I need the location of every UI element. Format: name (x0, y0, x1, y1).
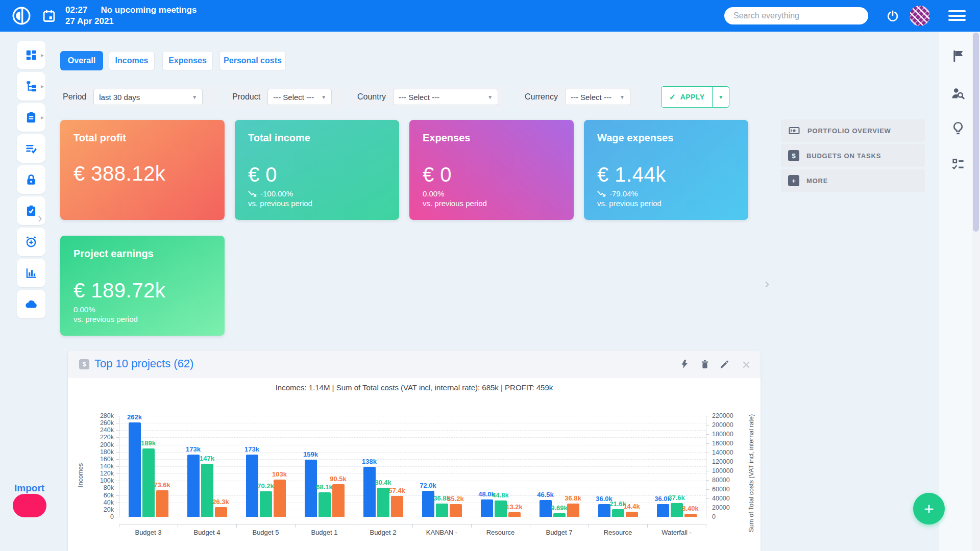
tick-mark (116, 437, 119, 438)
sidebar-item-cloud[interactable] (17, 290, 45, 318)
quick-link-more[interactable]: + MORE (781, 169, 925, 192)
sidebar-item-security[interactable] (17, 165, 45, 194)
apply-dropdown-button[interactable]: ▼ (712, 87, 729, 107)
kpi-value: € 388.12k (74, 162, 211, 185)
product-select[interactable]: --- Select --- ▼ (267, 89, 332, 105)
tick-mark (706, 508, 709, 508)
flag-icon[interactable] (950, 48, 966, 64)
bar[interactable] (626, 512, 638, 517)
product-value: --- Select --- (273, 93, 314, 102)
tab-incomes[interactable]: Incomes (109, 51, 155, 70)
apply-button-group: ✓ APPLY ▼ (661, 86, 729, 108)
currency-select[interactable]: --- Select --- ▼ (565, 89, 630, 105)
x-category-label: Budget 5 (237, 529, 295, 536)
tick-mark (116, 423, 119, 423)
bar-value-label: 26.3k (207, 498, 235, 506)
user-search-icon[interactable] (950, 86, 966, 101)
bar-value-label: 90.5k (324, 475, 353, 483)
menu-button[interactable] (948, 10, 966, 21)
bar[interactable] (567, 504, 579, 517)
tick-mark (116, 466, 119, 467)
tab-label: Incomes (115, 56, 149, 65)
sidebar-item-dashboard[interactable]: ▸ (17, 41, 45, 69)
bar-value-label: 72.0k (414, 482, 443, 489)
carousel-next-chevron[interactable]: › (765, 276, 769, 292)
bar[interactable] (187, 455, 200, 517)
bar[interactable] (215, 507, 227, 517)
gridline (119, 423, 706, 423)
country-select[interactable]: --- Select --- ▼ (393, 89, 498, 105)
kpi-card-wage-expenses[interactable]: Wage expenses € 1.44k -79.04% vs. previo… (584, 120, 748, 220)
sidebar-item-projects[interactable]: ▸ (17, 103, 45, 132)
tab-personal-costs[interactable]: Personal costs (219, 51, 286, 70)
sidebar-expand-chevron[interactable]: › (38, 210, 42, 226)
bar-value-label: 80.4k (369, 479, 398, 486)
kpi-card-total-profit[interactable]: Total profit € 388.12k (60, 120, 225, 220)
sidebar-item-reports[interactable] (17, 259, 45, 287)
task-checklist-icon[interactable] (950, 157, 966, 172)
clipboard-icon (24, 111, 38, 124)
right-axis-tick-label: 100000 (712, 467, 748, 474)
tick-mark (116, 445, 119, 445)
quick-link-budgets-on-tasks[interactable]: $ BUDGETS ON TASKS (781, 144, 925, 167)
bar[interactable] (129, 422, 141, 517)
search-box[interactable] (724, 7, 868, 24)
bar[interactable] (450, 504, 462, 517)
kpi-change: -100.00% (248, 189, 386, 198)
kpi-title: Expenses (423, 132, 560, 144)
scrollbar-thumb[interactable] (973, 33, 979, 232)
logout-button[interactable] (886, 9, 899, 22)
avatar[interactable] (910, 6, 930, 26)
trending-down-icon (248, 190, 257, 197)
period-select[interactable]: last 30 days ▼ (93, 89, 203, 105)
quick-link-label: MORE (806, 177, 828, 185)
x-category-label: Budget 4 (178, 529, 236, 536)
left-axis-tick-label: 200k (91, 441, 114, 448)
sidebar-item-time-tracking[interactable] (17, 228, 45, 256)
bar[interactable] (363, 467, 376, 517)
bar[interactable] (436, 504, 448, 517)
search-input[interactable] (724, 7, 868, 24)
right-axis-tick-label: 200000 (712, 421, 748, 429)
kpi-card-project-earnings[interactable]: Project earnings € 189.72k 0.00% vs. pre… (60, 236, 225, 336)
bar[interactable] (612, 509, 624, 517)
country-label: Country (357, 92, 386, 102)
bar-value-label: 44.8k (486, 491, 515, 499)
sidebar-item-tasks[interactable] (17, 134, 45, 163)
bar[interactable] (260, 491, 272, 517)
kpi-card-expenses[interactable]: Expenses € 0 0.00% vs. previous period (409, 120, 574, 220)
tick-mark (706, 471, 709, 471)
calendar-icon[interactable] (42, 9, 56, 23)
bar[interactable] (201, 464, 213, 517)
tick-mark (706, 498, 709, 499)
import-link[interactable]: Import (14, 483, 44, 494)
bar[interactable] (156, 490, 168, 517)
tab-expenses[interactable]: Expenses (162, 51, 213, 70)
gridline (119, 517, 706, 517)
left-axis-tick-label: 20k (91, 506, 114, 513)
kpi-card-total-income[interactable]: Total income € 0 -100.00% vs. previous p… (235, 120, 399, 220)
lightbulb-icon[interactable] (950, 120, 966, 136)
bar[interactable] (391, 496, 403, 517)
sidebar-item-structure[interactable]: ▸ (17, 72, 45, 101)
app-logo-icon[interactable] (11, 6, 32, 26)
product-label: Product (232, 92, 260, 102)
kpi-title: Total income (248, 132, 386, 144)
chat-bubble[interactable] (13, 494, 46, 517)
x-category-label: Budget 3 (119, 529, 178, 536)
x-tick-mark (295, 524, 296, 528)
apply-button[interactable]: ✓ APPLY (662, 87, 712, 107)
bar[interactable] (553, 513, 566, 517)
add-fab-button[interactable]: + (913, 493, 945, 524)
quick-link-portfolio-overview[interactable]: PORTFOLIO OVERVIEW (781, 119, 925, 142)
bar[interactable] (318, 492, 331, 517)
bar[interactable] (481, 499, 493, 517)
scrollbar-track[interactable] (972, 32, 980, 551)
bar[interactable] (332, 484, 345, 517)
tab-overall[interactable]: Overall (60, 51, 103, 70)
bar[interactable] (508, 512, 521, 517)
x-category-label: KANBAN - (413, 529, 471, 536)
bar[interactable] (657, 504, 669, 517)
bar[interactable] (684, 514, 697, 517)
bar[interactable] (274, 480, 286, 517)
